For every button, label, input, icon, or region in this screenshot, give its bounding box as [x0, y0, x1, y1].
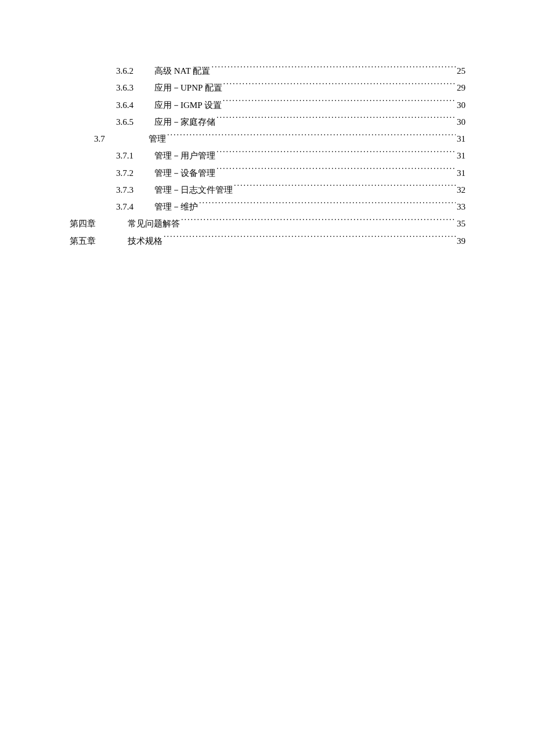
toc-number: 3.6.5 [70, 114, 154, 131]
toc-page-number: 31 [456, 147, 466, 164]
toc-number: 3.7.2 [70, 165, 154, 182]
toc-title: 管理 [149, 131, 167, 147]
toc-leader-dots [199, 199, 456, 210]
toc-leader-dots [223, 80, 456, 91]
toc-leader-dots [223, 98, 456, 108]
toc-title: 管理－设备管理 [154, 165, 217, 182]
toc-page-number: 30 [456, 97, 466, 114]
toc-title: 技术规格 [128, 233, 164, 250]
toc-leader-dots [211, 63, 456, 74]
toc-leader-dots [217, 148, 456, 159]
toc-entry: 第五章技术规格39 [70, 233, 466, 250]
toc-number: 3.7.4 [70, 199, 154, 215]
toc-leader-dots [181, 216, 456, 226]
toc-entry: 3.7.1管理－用户管理31 [70, 147, 466, 164]
toc-entry: 3.7.4管理－维护33 [70, 199, 466, 215]
toc-entry: 3.6.3应用－UPNP 配置 29 [70, 80, 466, 96]
toc-page-number: 32 [456, 182, 466, 199]
toc-page-number: 33 [456, 199, 466, 215]
toc-number: 第五章 [70, 233, 128, 250]
toc-leader-dots [167, 131, 456, 142]
toc-leader-dots [217, 114, 456, 125]
toc-title: 应用－UPNP 配置 [154, 80, 223, 96]
toc-leader-dots [234, 182, 456, 193]
toc-entry: 3.7.2管理－设备管理31 [70, 165, 466, 182]
table-of-contents: 3.6.2高级 NAT 配置 253.6.3应用－UPNP 配置 293.6.4… [70, 63, 466, 250]
toc-title: 高级 NAT 配置 [154, 63, 211, 80]
toc-title: 管理－维护 [154, 199, 199, 215]
toc-number: 3.6.4 [70, 97, 154, 114]
toc-entry: 第四章常见问题解答35 [70, 215, 466, 232]
toc-title: 应用－IGMP 设置 [154, 97, 223, 114]
toc-leader-dots [164, 233, 456, 244]
toc-title: 管理－用户管理 [154, 147, 217, 164]
toc-page-number: 31 [456, 131, 466, 147]
toc-entry: 3.6.5应用－家庭存储30 [70, 114, 466, 131]
toc-entry: 3.7.3管理－日志文件管理32 [70, 182, 466, 199]
toc-title: 应用－家庭存储 [154, 114, 217, 131]
toc-number: 3.7.1 [70, 147, 154, 164]
toc-entry: 3.6.2高级 NAT 配置 25 [70, 63, 466, 80]
toc-title: 常见问题解答 [128, 215, 181, 232]
toc-page-number: 29 [456, 80, 466, 96]
toc-entry: 3.7管理31 [70, 131, 466, 147]
toc-page-number: 25 [456, 63, 466, 80]
toc-leader-dots [217, 165, 456, 176]
toc-page-number: 31 [456, 165, 466, 182]
toc-number: 第四章 [70, 215, 128, 232]
toc-number: 3.6.2 [70, 63, 154, 80]
toc-number: 3.7.3 [70, 182, 154, 199]
toc-number: 3.6.3 [70, 80, 154, 96]
toc-page-number: 35 [456, 215, 466, 232]
toc-page-number: 30 [456, 114, 466, 131]
toc-title: 管理－日志文件管理 [154, 182, 234, 199]
toc-entry: 3.6.4应用－IGMP 设置30 [70, 97, 466, 114]
toc-page-number: 39 [456, 233, 466, 250]
toc-number: 3.7 [70, 131, 149, 147]
